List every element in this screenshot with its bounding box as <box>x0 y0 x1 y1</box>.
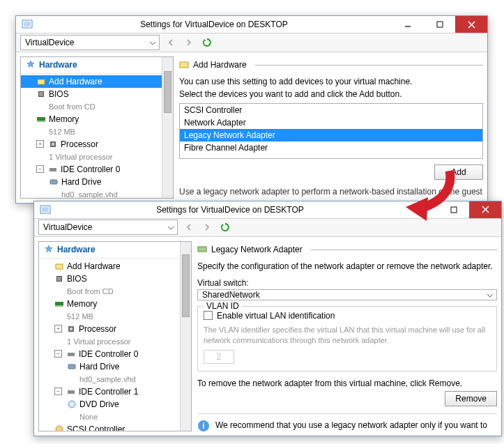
svg-rect-9 <box>37 117 45 121</box>
settings-panel: Add Hardware You can use this setting to… <box>179 56 483 199</box>
collapse-toggle[interactable]: − <box>54 350 62 358</box>
scrollbar-thumb[interactable] <box>164 71 171 113</box>
svg-rect-12 <box>52 143 54 146</box>
hardware-tree[interactable]: Hardware Add Hardware BIOS Boot from CD … <box>20 56 174 199</box>
chevron-down-icon <box>487 290 494 300</box>
device-row[interactable]: Fibre Channel Adapter <box>180 141 482 154</box>
settings-window-2: Settings for VirtualDevice on DESKTOP Vi… <box>33 201 502 436</box>
settings-panel: Legacy Network Adapter Specify the confi… <box>197 241 497 431</box>
svg-rect-8 <box>39 92 43 96</box>
svg-point-36 <box>71 403 73 405</box>
app-icon <box>22 19 33 30</box>
nav-back-button[interactable] <box>164 36 178 49</box>
device-row[interactable]: SCSI Controller <box>180 104 482 116</box>
settings-window-1: Settings for VirtualDevice on DESKTOP Vi… <box>15 15 488 204</box>
tree-processor[interactable]: + Processor <box>21 138 173 151</box>
svg-line-23 <box>482 206 489 213</box>
bios-icon <box>54 274 64 284</box>
refresh-button[interactable] <box>218 220 232 234</box>
titlebar[interactable]: Settings for VirtualDevice on DESKTOP <box>16 16 487 33</box>
chevron-down-icon <box>167 222 174 232</box>
memory-icon <box>36 114 46 124</box>
device-list[interactable]: SCSI Controller Network Adapter Legacy N… <box>179 103 483 159</box>
titlebar[interactable]: Settings for VirtualDevice on DESKTOP <box>34 201 501 219</box>
tree-hard-drive[interactable]: Hard Drive <box>39 360 191 373</box>
minimize-button[interactable] <box>391 16 423 33</box>
tree-scrollbar[interactable] <box>162 57 173 198</box>
svg-rect-14 <box>50 180 57 184</box>
minimize-button[interactable] <box>405 201 437 218</box>
svg-rect-32 <box>68 353 75 356</box>
info-text: We recommend that you use a legacy netwo… <box>215 420 497 431</box>
tree-add-hardware[interactable]: Add Hardware <box>39 260 191 273</box>
nav-back-button[interactable] <box>182 220 196 234</box>
tree-memory-sub: 512 MB <box>21 125 173 138</box>
tree-ide0[interactable]: − IDE Controller 0 <box>39 348 191 360</box>
tree-section-hardware[interactable]: Hardware <box>21 57 173 74</box>
scrollbar-thumb[interactable] <box>182 254 190 317</box>
tree-hard-drive[interactable]: Hard Drive <box>21 176 173 188</box>
tree-hard-drive-sub: hd0_sample.vhd <box>39 373 191 385</box>
add-button[interactable]: Add <box>434 164 483 180</box>
tree-processor[interactable]: + Processor <box>39 323 191 335</box>
svg-rect-18 <box>180 62 188 68</box>
remove-button[interactable]: Remove <box>445 391 497 406</box>
add-hardware-icon <box>36 77 46 86</box>
tree-memory-sub: 512 MB <box>39 310 191 323</box>
hard-drive-icon <box>49 177 59 187</box>
info-box: i We recommend that you use a legacy net… <box>197 413 497 431</box>
nav-forward-button[interactable] <box>182 36 196 49</box>
vswitch-dropdown[interactable]: SharedNetwork <box>197 289 497 300</box>
tree-memory[interactable]: Memory <box>21 113 173 125</box>
tree-dvd[interactable]: DVD Drive <box>39 398 191 411</box>
tree-processor-sub: 1 Virtual processor <box>39 335 191 348</box>
vlan-group: VLAN ID Enable virtual LAN identificatio… <box>197 306 497 372</box>
svg-rect-33 <box>68 365 75 369</box>
collapse-toggle[interactable]: − <box>54 388 62 395</box>
hardware-label: Hardware <box>39 60 77 70</box>
hardware-tree[interactable]: Hardware Add Hardware BIOS Boot from CD … <box>38 241 192 431</box>
close-button[interactable] <box>455 16 487 33</box>
refresh-button[interactable] <box>200 36 214 49</box>
maximize-button[interactable] <box>423 16 455 33</box>
svg-rect-31 <box>70 328 72 330</box>
tree-ide1[interactable]: − IDE Controller 1 <box>39 385 191 398</box>
tree-hard-drive-sub: hd0_sample.vhd <box>21 188 173 199</box>
vm-selector[interactable]: VirtualDevice <box>38 220 178 235</box>
svg-text:i: i <box>202 421 204 431</box>
nav-forward-button[interactable] <box>200 220 214 234</box>
expand-toggle[interactable]: + <box>36 140 44 148</box>
tree-scrollbar[interactable] <box>180 242 191 431</box>
app-icon <box>40 204 51 215</box>
vm-selector[interactable]: VirtualDevice <box>20 35 160 50</box>
panel-heading: Legacy Network Adapter <box>211 245 303 254</box>
controller-icon <box>66 349 76 359</box>
tree-bios-sub: Boot from CD <box>21 100 173 113</box>
tree-memory[interactable]: Memory <box>39 298 191 310</box>
panel-intro1: You can use this setting to add devices … <box>179 77 483 86</box>
memory-icon <box>54 299 64 309</box>
maximize-button[interactable] <box>437 201 469 218</box>
tree-section-hardware[interactable]: Hardware <box>39 242 191 259</box>
tree-bios[interactable]: BIOS <box>21 88 173 100</box>
vlan-id-input[interactable]: 2 <box>204 350 234 364</box>
remove-line: To remove the network adapter from this … <box>197 378 497 388</box>
tree-ide0[interactable]: − IDE Controller 0 <box>21 163 173 176</box>
vswitch-value: SharedNetwork <box>202 290 260 300</box>
device-row[interactable]: Legacy Network Adapter <box>180 129 482 141</box>
collapse-toggle[interactable]: − <box>36 165 44 173</box>
vlan-enable-checkbox[interactable]: Enable virtual LAN identification <box>204 311 491 321</box>
toolbar: VirtualDevice <box>16 33 487 52</box>
tree-dvd-sub: None <box>39 411 191 423</box>
checkbox-icon <box>204 311 213 320</box>
tree-scsi[interactable]: SCSI Controller <box>39 423 191 431</box>
svg-line-4 <box>468 22 475 28</box>
chevron-down-icon <box>149 38 156 47</box>
tree-bios[interactable]: BIOS <box>39 273 191 285</box>
expand-toggle[interactable]: + <box>54 325 62 332</box>
window-title: Settings for VirtualDevice on DESKTOP <box>37 20 391 29</box>
close-button[interactable] <box>469 201 501 218</box>
controller-icon <box>48 164 58 174</box>
tree-add-hardware[interactable]: Add Hardware <box>21 75 173 88</box>
device-row[interactable]: Network Adapter <box>180 116 482 129</box>
